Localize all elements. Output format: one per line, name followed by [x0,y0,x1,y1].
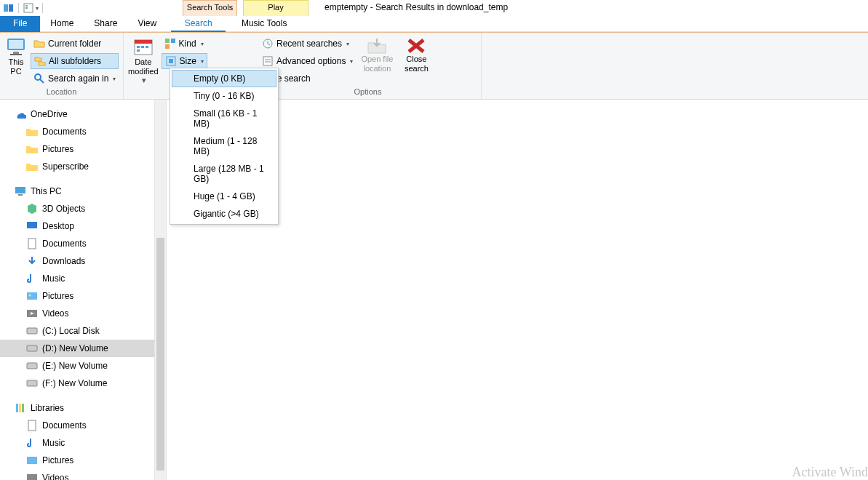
nav-this-pc[interactable]: This PC [0,183,154,200]
svg-rect-17 [165,39,170,43]
separator [42,3,43,13]
size-button[interactable]: Size ▾ [162,53,207,69]
svg-rect-37 [16,404,18,412]
this-pc-button[interactable]: This PC [4,36,28,77]
subfolders-icon [34,55,46,67]
date-modified-button[interactable]: Date modified▾ [128,36,159,87]
videos-icon [26,308,38,319]
svg-line-10 [40,79,44,83]
pictures-icon [26,455,38,466]
svg-point-31 [29,295,31,297]
nav-item[interactable]: Music [0,270,154,287]
nav-item[interactable]: Pictures [0,140,154,158]
nav-item[interactable]: Videos [0,305,154,322]
nav-item[interactable]: Pictures [0,287,154,305]
disk-icon [26,343,38,354]
svg-rect-30 [27,292,37,300]
svg-rect-33 [27,328,37,334]
monitor-icon [15,185,26,197]
nav-item[interactable]: (E:) New Volume [0,357,154,375]
nav-item[interactable]: (C:) Local Disk [0,322,154,340]
libraries-icon [15,402,26,414]
tab-file[interactable]: File [0,16,40,32]
folder-icon [33,38,45,49]
svg-rect-38 [19,404,21,412]
svg-rect-42 [27,474,37,480]
svg-rect-34 [27,345,37,351]
size-option-tiny[interactable]: Tiny (0 - 16 KB) [172,87,276,105]
window-title: emptempty - Search Results in download_t… [324,0,508,12]
qat-dropdown-icon[interactable]: ▾ [36,5,39,12]
all-subfolders-button[interactable]: All subfolders [31,53,119,69]
cube-icon [26,203,38,215]
svg-rect-21 [169,59,173,63]
nav-item[interactable]: Music [0,434,154,452]
nav-item-selected[interactable]: (D:) New Volume [0,340,154,357]
svg-rect-3 [25,5,28,7]
nav-item[interactable]: Documents [0,123,154,140]
nav-item[interactable]: Superscribe [0,158,154,175]
calendar-icon [132,37,155,57]
scrollbar-thumb[interactable] [156,238,164,471]
tab-share[interactable]: Share [84,16,127,32]
size-option-huge[interactable]: Huge (1 - 4 GB) [172,188,276,205]
svg-rect-23 [263,57,272,65]
nav-item[interactable]: 3D Objects [0,200,154,217]
kind-icon [164,38,176,49]
close-search-button[interactable]: Close search [398,36,434,74]
svg-rect-41 [27,457,37,464]
tab-music-tools[interactable]: Music Tools [231,16,297,32]
context-tab-play[interactable]: Play [243,0,308,16]
size-option-small[interactable]: Small (16 KB - 1 MB) [172,105,276,132]
svg-rect-19 [165,44,170,49]
nav-item[interactable]: Pictures [0,452,154,469]
svg-rect-35 [27,363,37,369]
svg-rect-29 [28,239,36,249]
nav-libraries[interactable]: Libraries [0,399,154,417]
nav-item[interactable]: Videos [0,469,154,480]
size-option-empty[interactable]: Empty (0 KB) [172,70,276,87]
nav-item[interactable]: Downloads [0,252,154,270]
size-option-gigantic[interactable]: Gigantic (>4 GB) [172,205,276,223]
svg-rect-16 [137,49,140,52]
tab-home[interactable]: Home [40,16,84,32]
svg-rect-27 [18,194,23,196]
context-tab-search-tools[interactable]: Search Tools [183,0,237,16]
disk-icon [26,360,38,372]
advanced-options-button[interactable]: Advanced options ▾ [259,53,356,69]
monitor-icon [4,37,28,57]
disk-icon [26,325,38,337]
properties-icon[interactable] [23,2,34,14]
nav-item[interactable]: Documents [0,235,154,252]
kind-button[interactable]: Kind ▾ [162,36,207,52]
svg-rect-4 [25,7,28,9]
svg-rect-14 [141,46,144,48]
tab-search[interactable]: Search [171,16,226,32]
download-icon [26,255,38,267]
svg-rect-2 [24,4,33,12]
nav-onedrive[interactable]: OneDrive [0,105,154,123]
documents-icon [26,420,38,431]
music-icon [26,437,38,449]
nav-item[interactable]: Documents [0,417,154,434]
svg-rect-0 [4,4,8,12]
tab-view[interactable]: View [127,16,167,32]
open-file-location-button: Open file location [359,36,395,74]
navpane-scrollbar[interactable] [154,100,167,480]
size-option-medium[interactable]: Medium (1 - 128 MB) [172,132,276,160]
svg-rect-8 [10,54,22,55]
nav-item[interactable]: (F:) New Volume [0,375,154,392]
videos-icon [26,472,38,480]
svg-point-9 [35,74,41,80]
nav-item[interactable]: Desktop [0,217,154,235]
disk-icon [26,377,38,389]
size-option-large[interactable]: Large (128 MB - 1 GB) [172,160,276,188]
documents-icon [26,238,38,249]
advanced-icon [262,55,274,67]
recent-searches-button[interactable]: Recent searches ▾ [259,36,356,52]
current-folder-button[interactable]: Current folder [31,36,119,52]
group-label-options: Options [259,87,477,97]
search-again-in-button[interactable]: Search again in ▾ [31,71,119,87]
svg-rect-40 [28,420,36,431]
svg-rect-18 [171,39,175,43]
